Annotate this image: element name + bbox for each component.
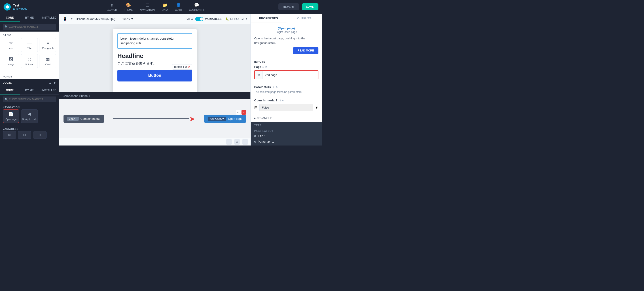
modal-select[interactable]: False True <box>260 104 313 111</box>
component-image[interactable]: 🖼 Image <box>3 54 19 68</box>
auth-label: AUTH <box>175 9 182 11</box>
modal-row: ⊞ False True ▼ <box>251 104 322 114</box>
param-info-icon[interactable]: ℹ <box>273 86 274 88</box>
component-card[interactable]: ▦ Card <box>40 54 56 68</box>
close-block-button[interactable]: ✕ <box>242 110 246 115</box>
zoom-arrow: ▼ <box>131 17 134 21</box>
title-icon: — <box>27 40 32 46</box>
launch-label: LAUNCH <box>107 9 117 11</box>
open-page-component[interactable]: 📄 Open page <box>3 109 19 123</box>
open-page-icon: 📄 <box>8 112 14 117</box>
modal-icon: ⊞ <box>254 105 258 110</box>
tree-title1-label: Title 1 <box>258 134 266 138</box>
theme-icon: 🎨 <box>126 3 131 8</box>
nav-community[interactable]: 💬 COMMUNITY <box>189 3 204 11</box>
logic-name: Logic: Open page <box>254 31 318 34</box>
logic-canvas: Component: Button 1 EVENT Component tap … <box>59 92 250 146</box>
view-toggle: VIEW VARIABLES <box>186 17 222 21</box>
sidebar-header: CORE BY ME INSTALLED 🔍 <box>0 14 59 32</box>
page-settings-icon[interactable]: ⚙ <box>265 65 267 68</box>
nav-block[interactable]: ⧉ ✕ NAVIGATION Open page <box>204 115 246 123</box>
nav-theme[interactable]: 🎨 THEME <box>124 3 133 11</box>
nav-launch[interactable]: ⬆ LAUNCH <box>107 3 117 11</box>
logo[interactable]: Test Empty page <box>4 3 27 11</box>
page-info-icon[interactable]: ℹ <box>262 65 264 68</box>
tree-item-title1[interactable]: Title 1 <box>251 133 322 139</box>
logic-tab-installed[interactable]: INSTALLED <box>39 86 59 95</box>
image-icon: 🖼 <box>9 56 13 62</box>
topbar: Test Empty page ⬆ LAUNCH 🎨 THEME ☰ NAVIG… <box>0 0 322 14</box>
zoom-in-button[interactable]: + <box>242 139 248 145</box>
navigate-back-component[interactable]: ◀ Navigate back <box>21 109 38 123</box>
logo-icon[interactable] <box>4 3 11 11</box>
logic-search-icon: 🔍 <box>4 98 8 101</box>
search-input[interactable] <box>3 24 56 30</box>
event-tag: EVENT <box>67 117 79 121</box>
revert-button[interactable]: REVERT <box>278 3 299 10</box>
project-page[interactable]: Empty page <box>13 7 27 10</box>
reset-zoom-button[interactable]: ○ <box>234 139 240 145</box>
page-input[interactable] <box>263 71 318 78</box>
debugger-label: DEBUGGER <box>230 17 247 21</box>
param-settings-icon[interactable]: ⚙ <box>276 86 278 88</box>
logic-search-input[interactable] <box>3 97 56 102</box>
zoom-value: 100% <box>122 17 130 21</box>
device-headline: Headline <box>118 52 192 60</box>
modal-settings-icon[interactable]: ⚙ <box>282 99 284 102</box>
logic-tab-byme[interactable]: BY ME <box>20 86 39 95</box>
tab-outputs[interactable]: OUTPUTS <box>286 14 322 23</box>
device-dropdown[interactable]: iPhone XS/X/6/6S/7/8 (375px) <box>76 17 115 21</box>
save-button[interactable]: SAVE <box>302 3 318 10</box>
sidebar-tab-byme[interactable]: BY ME <box>20 14 39 22</box>
button-overlay: Button 1 ⧉ ✕ <box>172 64 192 70</box>
arrow-up-icon[interactable]: ▲ <box>48 81 52 85</box>
event-text: Component tap <box>80 117 100 120</box>
modal-info-icon[interactable]: ℹ <box>280 99 281 102</box>
copy-block-button[interactable]: ⧉ <box>236 110 240 115</box>
navigate-back-icon: ◀ <box>28 112 31 116</box>
zoom-out-button[interactable]: − <box>226 139 232 145</box>
toggle-track[interactable] <box>195 17 203 21</box>
launch-icon: ⬆ <box>110 3 114 8</box>
nav-navigation[interactable]: ☰ NAVIGATION <box>140 3 154 11</box>
sidebar-tab-installed[interactable]: INSTALLED <box>39 14 59 22</box>
arrow-down-icon[interactable]: ▼ <box>53 81 56 85</box>
open-in-modal-title: Open in modal? ℹ ⚙ <box>251 96 322 104</box>
tree-item-title2[interactable]: Title 2 <box>251 144 322 146</box>
tab-properties[interactable]: PROPERTIES <box>251 14 286 23</box>
component-icon[interactable]: ☆ Icon <box>3 38 19 52</box>
sidebar-divider <box>0 72 59 72</box>
component-spinner[interactable]: ◌ Spinner <box>21 54 38 68</box>
data-label: DATA <box>162 9 168 11</box>
param-text: The selected page takes no parameters <box>251 90 322 96</box>
debugger-button[interactable]: 🐛 DEBUGGER <box>226 17 247 21</box>
open-page-link[interactable]: (Open page) <box>254 27 318 30</box>
debugger-icon: 🐛 <box>226 17 229 21</box>
logic-tab-core[interactable]: CORE <box>0 86 20 95</box>
component-title[interactable]: — Title <box>21 38 38 52</box>
var-item-3[interactable]: ⊟ <box>33 131 46 139</box>
button-overlay-label: Button 1 <box>174 65 184 69</box>
theme-label: THEME <box>124 9 133 11</box>
community-label: COMMUNITY <box>189 9 204 11</box>
page-field-label: Page ℹ ⚙ <box>254 65 318 69</box>
zoom-dropdown[interactable]: 100% ▼ <box>122 17 134 21</box>
copy-small-icon: ⧉ <box>258 73 260 77</box>
event-box[interactable]: EVENT Component tap <box>64 115 104 123</box>
parameters-label: Parameters <box>254 86 271 89</box>
var-item-2[interactable]: ⊡ <box>18 131 31 139</box>
device-button[interactable]: Button <box>118 70 192 82</box>
read-more-button[interactable]: READ MORE <box>293 47 318 54</box>
nav-auth[interactable]: 👤 AUTH <box>175 3 182 11</box>
project-name: Test <box>13 4 27 7</box>
advanced-section[interactable]: ▸ ADVANCED <box>251 114 322 122</box>
tree-item-paragraph1[interactable]: Paragraph 1 <box>251 139 322 144</box>
red-arrow-icon: ➤ <box>189 115 195 123</box>
nav-data[interactable]: 📁 DATA <box>162 3 168 11</box>
sidebar-tab-core[interactable]: CORE <box>0 14 20 22</box>
component-search: 🔍 <box>0 22 59 32</box>
card-icon: ▦ <box>46 56 50 62</box>
component-paragraph[interactable]: ≡ Paragraph <box>40 38 56 52</box>
tree-label: TREE <box>251 122 322 128</box>
var-item-1[interactable]: ⊞ <box>3 131 16 139</box>
